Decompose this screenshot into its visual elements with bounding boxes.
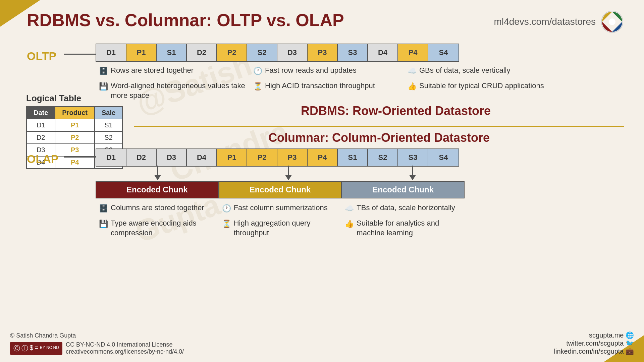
footer-left: © Satish Chandra Gupta Ⓒ ⓘ $ = BY NC ND … bbox=[10, 332, 184, 355]
down-arrow-1 bbox=[153, 166, 163, 180]
oltp-feat6-text: Suitable for typical CRUD applications bbox=[419, 81, 544, 91]
cc-labels: BY NC ND bbox=[40, 345, 59, 353]
oltp-feat2-text: Word-aligned heterogeneous values take m… bbox=[111, 81, 247, 101]
svg-marker-5 bbox=[285, 175, 292, 180]
db-icon-2: 🗄️ bbox=[99, 203, 108, 214]
encoded-chunks-row: Encoded Chunk Encoded Chunk Encoded Chun… bbox=[96, 181, 465, 198]
col-cell-d4: D4 bbox=[187, 149, 217, 166]
oltp-feat5-text: GBs of data, scale vertically bbox=[419, 65, 510, 75]
hourglass-icon: ⏳ bbox=[253, 81, 262, 92]
oltp-feature-gbs: ☁️ GBs of data, scale vertically bbox=[408, 65, 555, 76]
col-cell-p4: P4 bbox=[308, 149, 338, 166]
oltp-feature-crud: 👍 Suitable for typical CRUD applications bbox=[408, 81, 555, 92]
logical-table-title: Logical Table bbox=[26, 93, 123, 104]
section-divider bbox=[134, 126, 624, 127]
col-cell-s4: S4 bbox=[428, 149, 459, 166]
license-text: CC BY-NC-ND 4.0 International License bbox=[66, 341, 184, 348]
olap-feat2-text: Type aware encoding aids compression bbox=[111, 218, 215, 238]
olap-feat5-text: TBs of data, scale horizontally bbox=[357, 203, 455, 213]
olap-feature-col3: ☁️ TBs of data, scale horizontally 👍 Sui… bbox=[341, 203, 465, 243]
oltp-feature-acid: ⏳ High ACID transaction throughput bbox=[253, 81, 401, 92]
row-cell-d1: D1 bbox=[96, 44, 126, 61]
col-cell-p3: P3 bbox=[277, 149, 308, 166]
td-p2: P2 bbox=[55, 131, 95, 144]
col-cell-s2: S2 bbox=[368, 149, 398, 166]
columnar-title: Columnar: Column-Oriented Datastore bbox=[134, 131, 624, 145]
th-product: Product bbox=[55, 107, 95, 119]
olap-features: 🗄️ Columns are stored together 💾 Type aw… bbox=[96, 203, 465, 243]
row-cell-p2: P2 bbox=[217, 44, 247, 61]
olap-feat3-text: Fast column summerizations bbox=[234, 203, 328, 213]
oltp-feat1-text: Rows are stored together bbox=[111, 65, 194, 75]
footer-website: scgupta.me 🌐 bbox=[554, 331, 634, 339]
thumb-icon-2: 👍 bbox=[345, 219, 354, 229]
table-row: D1 P1 S1 bbox=[26, 119, 122, 131]
footer: © Satish Chandra Gupta Ⓒ ⓘ $ = BY NC ND … bbox=[10, 331, 634, 355]
col-cell-d3: D3 bbox=[157, 149, 187, 166]
olap-feature-col1: 🗄️ Columns are stored together 💾 Type aw… bbox=[96, 203, 219, 243]
oltp-feat3-text: Fast row reads and updates bbox=[265, 65, 357, 75]
page-title: RDBMS vs. Columnar: OLTP vs. OLAP bbox=[27, 10, 344, 30]
row-cell-p1: P1 bbox=[126, 44, 157, 61]
col-cell-s1: S1 bbox=[338, 149, 368, 166]
cloud-icon: ☁️ bbox=[408, 66, 417, 76]
license-url: creativecommons.org/licenses/by-nc-nd/4.… bbox=[66, 348, 184, 355]
td-p4: P4 bbox=[55, 156, 95, 169]
olap-feature-cols-stored: 🗄️ Columns are stored together bbox=[99, 203, 215, 214]
logo-text: ml4devs.com/datastores bbox=[494, 16, 596, 27]
by-icon: ⓘ bbox=[21, 344, 28, 353]
olap-label: OLAP bbox=[27, 153, 58, 166]
row-cell-s1: S1 bbox=[157, 44, 187, 61]
globe-icon: 🌐 bbox=[626, 331, 634, 339]
olap-feat6-text: Suitable for analytics and machine learn… bbox=[357, 218, 461, 238]
license-badge: Ⓒ ⓘ $ = BY NC ND CC BY-NC-ND 4.0 Interna… bbox=[10, 341, 184, 355]
olap-feat4-text: High aggregation query throughput bbox=[234, 218, 338, 238]
oltp-label: OLTP bbox=[27, 50, 56, 63]
footer-linkedin: linkedin.com/in/scgupta 💼 bbox=[554, 347, 634, 355]
row-cell-d2: D2 bbox=[187, 44, 217, 61]
th-sale: Sale bbox=[95, 107, 122, 119]
olap-feature-aggregation: ⏳ High aggregation query throughput bbox=[222, 218, 338, 238]
olap-feat1-text: Columns are stored together bbox=[111, 203, 204, 213]
olap-feature-tbs: ☁️ TBs of data, scale horizontally bbox=[345, 203, 461, 214]
down-arrow-2 bbox=[283, 166, 293, 180]
logo-icon bbox=[600, 10, 624, 34]
linkedin-text: linkedin.com/in/scgupta bbox=[554, 348, 624, 355]
td-d2: D2 bbox=[26, 131, 55, 144]
encoded-chunk-1: Encoded Chunk bbox=[96, 181, 219, 198]
td-d1: D1 bbox=[26, 119, 55, 131]
footer-right: scgupta.me 🌐 twitter.com/scgupta 🐦 linke… bbox=[554, 331, 634, 355]
td-s1: S1 bbox=[95, 119, 122, 131]
cc-icons: Ⓒ ⓘ $ = BY NC ND bbox=[10, 342, 62, 355]
svg-point-1 bbox=[609, 18, 615, 25]
oltp-feature-col3: ☁️ GBs of data, scale vertically 👍 Suita… bbox=[404, 65, 558, 105]
olap-feature-fast-col: 🕐 Fast column summerizations bbox=[222, 203, 338, 214]
clock-icon-2: 🕐 bbox=[222, 203, 231, 214]
logo-area: ml4devs.com/datastores bbox=[494, 10, 624, 34]
encoded-chunk-2: Encoded Chunk bbox=[219, 181, 342, 198]
row-cell-d3: D3 bbox=[277, 44, 308, 61]
row-cell-s2: S2 bbox=[247, 44, 277, 61]
website-text: scgupta.me bbox=[589, 331, 624, 339]
th-date: Date bbox=[26, 107, 55, 119]
col-cell-d2: D2 bbox=[126, 149, 157, 166]
clock-icon: 🕐 bbox=[253, 66, 262, 76]
col-cell-s3: S3 bbox=[398, 149, 428, 166]
cc-icon: Ⓒ bbox=[13, 344, 20, 353]
col-cell-d1: D1 bbox=[96, 149, 126, 166]
oltp-arrow bbox=[64, 54, 101, 55]
thumb-icon: 👍 bbox=[408, 81, 417, 92]
svg-marker-7 bbox=[409, 175, 416, 180]
copyright-text: © Satish Chandra Gupta bbox=[10, 332, 184, 339]
oltp-feat4-text: High ACID transaction throughput bbox=[265, 81, 375, 91]
oltp-features: 🗄️ Rows are stored together 💾 Word-align… bbox=[96, 65, 558, 105]
rdbms-title: RDBMS: Row-Oriented Datastore bbox=[168, 104, 624, 118]
olap-arrow bbox=[64, 157, 101, 158]
row-cell-d4: D4 bbox=[368, 44, 398, 61]
olap-feature-encoding: 💾 Type aware encoding aids compression bbox=[99, 218, 215, 238]
td-p1: P1 bbox=[55, 119, 95, 131]
col-cell-p2: P2 bbox=[247, 149, 277, 166]
nd-icon: = bbox=[35, 344, 39, 353]
db-icon: 🗄️ bbox=[99, 66, 108, 76]
twitter-text: twitter.com/scgupta bbox=[566, 340, 624, 347]
